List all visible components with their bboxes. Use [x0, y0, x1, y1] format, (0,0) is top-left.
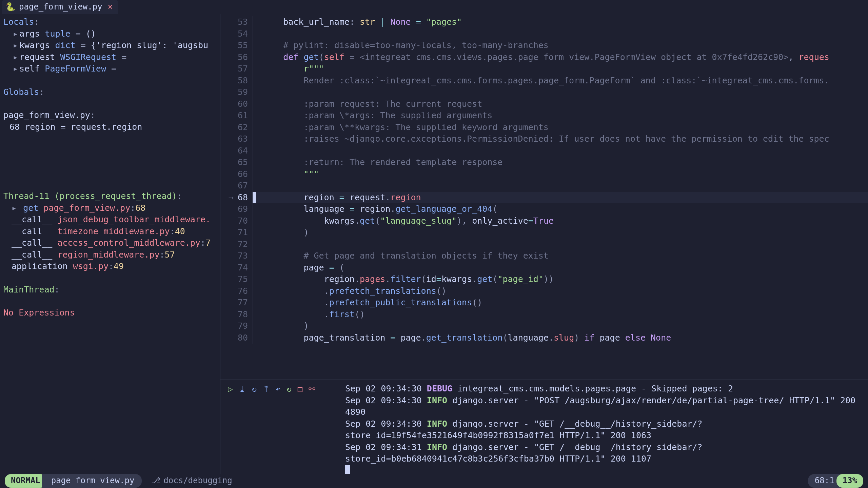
code-line[interactable]: ) — [253, 320, 868, 332]
continue-icon[interactable]: ▷ — [228, 384, 233, 395]
cursor-position: 68:1 — [808, 474, 841, 487]
code-line[interactable] — [253, 145, 868, 157]
code-line[interactable] — [253, 239, 868, 250]
stack-frame[interactable]: ▸ get page_form_view.py:68 — [3, 202, 216, 214]
globals-file: page_form_view.py — [3, 110, 90, 120]
step-out-icon[interactable]: ⤒ — [263, 384, 270, 395]
globals-header: Globals — [3, 87, 39, 97]
editor-tab[interactable]: 🐍 page_form_view.py × — [2, 0, 118, 14]
breakpoint-arrow-icon: → — [229, 192, 234, 204]
code-line[interactable]: """ — [253, 168, 868, 180]
code-line[interactable]: ) — [253, 227, 868, 239]
line-number[interactable]: 53 — [238, 16, 248, 28]
line-number[interactable]: 69 — [238, 203, 248, 215]
code-line[interactable] — [253, 28, 868, 40]
line-number[interactable]: 57 — [238, 63, 248, 75]
local-variable[interactable]: ▸self PageFormView = — [3, 63, 216, 75]
branch-icon: ⎇ — [151, 475, 161, 486]
stack-frame[interactable]: __call__ json_debug_toolbar_middleware. — [3, 214, 216, 226]
line-number[interactable]: 58 — [238, 75, 248, 87]
code-line[interactable] — [253, 86, 868, 98]
local-variable[interactable]: ▸kwargs dict = {'region_slug': 'augsbu — [3, 40, 216, 52]
stack-frame[interactable]: __call__ access_control_middleware.py:7 — [3, 237, 216, 249]
local-variable[interactable]: ▸request WSGIRequest = — [3, 52, 216, 63]
code-line[interactable]: :param \**kwargs: The supplied keyword a… — [253, 122, 868, 134]
code-line[interactable]: page_translation = page.get_translation(… — [253, 332, 868, 344]
stop-icon[interactable]: □ — [298, 384, 302, 395]
locals-header: Locals — [3, 17, 34, 27]
code-line[interactable]: Render :class:`~integreat_cms.cms.forms.… — [253, 75, 868, 87]
line-number[interactable]: 63 — [238, 133, 248, 145]
line-number[interactable]: 76 — [238, 285, 248, 297]
line-number[interactable]: 70 — [238, 215, 248, 227]
expand-icon[interactable]: ▸ — [13, 64, 18, 74]
scroll-percent: 13% — [836, 474, 863, 487]
line-number[interactable]: 61 — [238, 110, 248, 122]
code-line[interactable]: r""" — [253, 63, 868, 75]
line-number[interactable]: 56 — [238, 52, 248, 63]
code-line[interactable]: :raises ~django.core.exceptions.Permissi… — [253, 133, 868, 145]
python-icon: 🐍 — [5, 1, 16, 13]
local-variable[interactable]: ▸args tuple = () — [3, 28, 216, 40]
line-number[interactable]: 74 — [238, 262, 248, 274]
stack-frame[interactable]: application wsgi.py:49 — [3, 261, 216, 272]
restart-icon[interactable]: ↻ — [287, 384, 291, 395]
code-line[interactable]: back_url_name: str | None = "pages" — [253, 16, 868, 28]
tab-filename: page_form_view.py — [19, 1, 102, 13]
line-number[interactable]: 65 — [238, 157, 248, 168]
code-line[interactable]: # pylint: disable=too-many-locals, too-m… — [253, 40, 868, 52]
line-number[interactable]: 67 — [238, 180, 248, 192]
line-number[interactable]: 55 — [238, 40, 248, 52]
status-filename: page_form_view.py — [42, 474, 142, 487]
step-over-icon[interactable]: ↻ — [252, 384, 256, 395]
status-line: NORMAL page_form_view.py ⎇ docs/debuggin… — [0, 474, 868, 488]
code-line[interactable]: # Get page and translation objects if th… — [253, 250, 868, 262]
console-cursor — [345, 465, 350, 474]
tab-bar: 🐍 page_form_view.py × — [0, 0, 868, 14]
line-number[interactable]: 64 — [238, 145, 248, 157]
line-number[interactable]: 62 — [238, 122, 248, 134]
code-line[interactable]: region = request.region — [253, 192, 868, 204]
line-number[interactable]: 72 — [238, 239, 248, 250]
expand-icon[interactable]: ▸ — [12, 203, 17, 213]
code-editor[interactable]: 535455565758596061626364656667→686970717… — [220, 14, 868, 380]
line-number[interactable]: 73 — [238, 250, 248, 262]
code-line[interactable]: def get(self = <integreat_cms.cms.views.… — [253, 52, 868, 63]
tab-close-icon[interactable]: × — [108, 1, 113, 13]
expand-icon[interactable]: ▸ — [13, 29, 18, 39]
code-line[interactable]: page = ( — [253, 262, 868, 274]
line-number[interactable]: 59 — [238, 86, 248, 98]
git-branch: docs/debugging — [163, 475, 232, 486]
code-line[interactable]: kwargs.get("language_slug"), only_active… — [253, 215, 868, 227]
line-number[interactable]: 66 — [238, 168, 248, 180]
expand-icon[interactable]: ▸ — [13, 52, 18, 62]
code-line[interactable] — [253, 180, 868, 192]
code-line[interactable]: :param request: The current request — [253, 98, 868, 110]
code-line[interactable]: .prefetch_public_translations() — [253, 297, 868, 309]
stack-frame[interactable]: __call__ region_middleware.py:57 — [3, 249, 216, 261]
line-number[interactable]: 75 — [238, 273, 248, 285]
disconnect-icon[interactable]: ⚯ — [309, 384, 315, 395]
step-into-icon[interactable]: ⤓ — [239, 384, 245, 395]
line-number[interactable]: 79 — [238, 320, 248, 332]
debug-console[interactable]: Sep 02 09:34:30 DEBUG integreat_cms.cms.… — [342, 380, 868, 474]
stack-frame[interactable]: __call__ timezone_middleware.py:40 — [3, 226, 216, 238]
log-line: Sep 02 09:34:31 INFO django.server - "GE… — [345, 442, 865, 465]
code-line[interactable]: language = region.get_language_or_404( — [253, 203, 868, 215]
expand-icon[interactable]: ▸ — [13, 40, 18, 50]
line-number[interactable]: 71 — [238, 227, 248, 239]
code-line[interactable]: :return: The rendered template response — [253, 157, 868, 168]
code-line[interactable]: .first() — [253, 309, 868, 321]
code-line[interactable]: .prefetch_translations() — [253, 285, 868, 297]
step-back-icon[interactable]: ↶ — [276, 384, 280, 395]
globals-line: 68 region = request.region — [9, 121, 216, 133]
code-line[interactable]: :param \*args: The supplied arguments — [253, 110, 868, 122]
line-number[interactable]: 77 — [238, 297, 248, 309]
line-number[interactable]: 54 — [238, 28, 248, 40]
code-line[interactable]: region.pages.filter(id=kwargs.get("page_… — [253, 273, 868, 285]
log-line: Sep 02 09:34:30 DEBUG integreat_cms.cms.… — [345, 383, 865, 395]
line-number[interactable]: 78 — [238, 309, 248, 321]
line-number[interactable]: 68 — [238, 192, 248, 204]
line-number[interactable]: 60 — [238, 98, 248, 110]
line-number[interactable]: 80 — [238, 332, 248, 344]
